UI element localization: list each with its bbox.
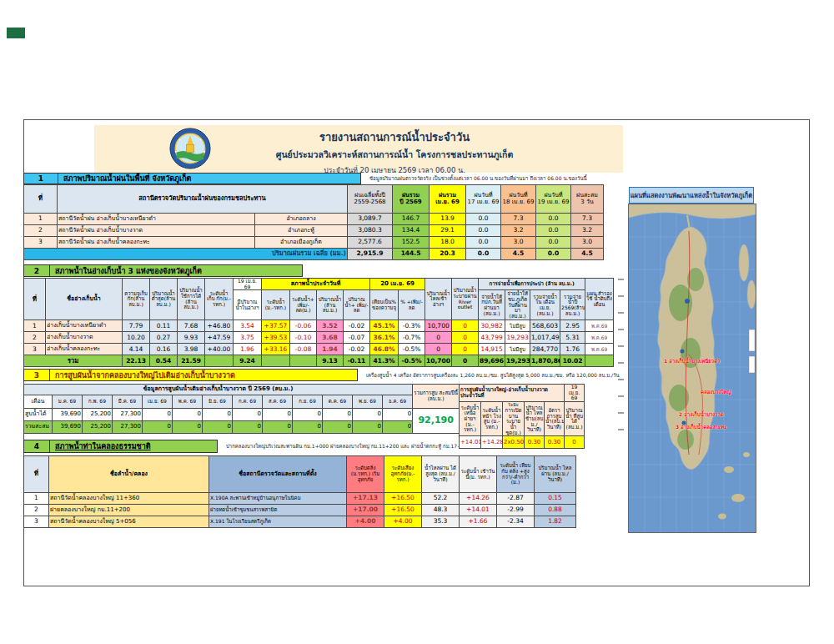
cell: 144.5 [393, 249, 430, 260]
cell: ก.ค. 69 [233, 395, 263, 409]
cell: ปริมาณน้ำ ระบายผ่าน River outlet [452, 279, 479, 320]
cell: 0 [353, 409, 383, 421]
cell: 0 [323, 421, 353, 434]
cell: 0 [452, 332, 479, 344]
cell: 39,690 [53, 409, 83, 421]
section-4-bar: 4 สภาพน้ำท่าในคลองธรรมชาติ ปากคลองบางใหญ… [23, 440, 471, 453]
cell: ปริมาณฝนรวม เฉลี่ย (มม.) [24, 249, 348, 260]
cell: 0.30 [545, 436, 565, 449]
cell: 3 [24, 344, 46, 355]
cell: 0 [323, 409, 353, 421]
cell: 48.3 [422, 505, 460, 516]
cell: 5.31 [560, 332, 585, 344]
cell: 13.9 [430, 214, 466, 225]
cell: เทียบเป็น% ของความจุ [370, 290, 399, 320]
cell: 0 [383, 421, 413, 434]
cell: 0 [263, 409, 293, 421]
cell: ปริมาณน้ำ ที่สูบได้ (ลบ.ม.) [565, 402, 585, 436]
table-row: 1สถานีวัดน้ำฝน อ่างเก็บน้ำบางเหนียวดำอำเ… [24, 214, 604, 225]
cell: สถานีวัดน้ำฝน อ่างเก็บน้ำบางวาด [58, 225, 255, 237]
cell: -2.99 [497, 505, 535, 516]
cell: เม.ย. 69 [143, 395, 173, 409]
cell: ที่ [24, 185, 58, 214]
table-row: 3สถานีวัดน้ำคลองบางใหญ่ 5+056X.191 ในโรง… [24, 516, 576, 528]
cell: % +เพิ่ม/-ลด [399, 290, 425, 320]
cell: ฝนวันที่ 19 เม.ย. 69 [536, 185, 571, 214]
cell: +46.80 [205, 320, 234, 332]
cell: อัตราการสูบ น้ำ(ลบ.ม./ วินาที) [545, 402, 565, 436]
map-label: 1 อ่างเก็บน้ำบางเหนียวดำ [664, 357, 721, 365]
cell: 3.0 [501, 237, 536, 249]
cell: +17.00 [347, 505, 384, 516]
cell: 3.75 [234, 332, 262, 344]
section-1-note: ข้อมูลปริมาณฝนตรวจวัดจริง เป็นช่วงตั้งแต… [369, 174, 587, 183]
cell: 29.1 [430, 225, 466, 237]
cell: พ.ย. 69 [353, 395, 383, 409]
cell: เดือน [24, 395, 53, 409]
cell: 0 [143, 421, 173, 434]
cell: 2.95 [560, 320, 585, 332]
cell: 25,200 [83, 421, 113, 434]
cell: 0.0 [536, 249, 571, 260]
cell: 0.0 [536, 225, 571, 237]
cell [290, 355, 317, 367]
irrigation-department-seal-icon [169, 128, 211, 169]
cell: -0.06 [290, 320, 317, 332]
cell: 19 เม.ย. 69 [565, 385, 585, 402]
cell: 0 [263, 421, 293, 434]
cell [205, 355, 234, 367]
cell: -0.10 [290, 332, 317, 344]
cell: 2x0.50 [503, 436, 525, 449]
cell: 7.3 [501, 214, 536, 225]
cell: -2.87 [497, 493, 535, 505]
report-title: รายงานสถานการณ์น้ำประจำวัน [211, 128, 578, 146]
row-tick-marks [618, 279, 624, 437]
cell: การจ่ายน้ำเพื่อการประปา (ล้าน ลบ.ม.) [479, 279, 585, 290]
cell: 1 [24, 493, 49, 505]
cell: 0.54 [150, 355, 178, 367]
cell: 0 [293, 421, 323, 434]
section-3-title: การสูบผันน้ำจากคลองบางใหญ่ไปเติมอ่างเก็บ… [50, 369, 358, 381]
cell: รวมจ่ายน้ำใน เดือน เม.ย. (ลบ.ม.) [530, 290, 560, 320]
table-row: เดือนม.ค. 69ก.พ. 69มี.ค. 69เม.ย. 69พ.ค. … [24, 395, 460, 409]
cell: 1 [24, 320, 46, 332]
cell: 0.0 [466, 249, 501, 260]
section-1-title: สภาพปริมาณน้ำฝนในพื้นที่ จังหวัดภูเก็ต [58, 173, 361, 184]
cell: 0 [565, 436, 585, 449]
table-row: 2อ่างเก็บน้ำบางวาด10.200.279.93+47.593.7… [24, 332, 614, 344]
cell: ระดับน้ำหน้า โรงสูบ (ม.-รทก.) [481, 402, 503, 436]
section-2-bar: 2 สภาพน้ำในอ่างเก็บน้ำ 3 แห่งของจังหวัดภ… [23, 264, 303, 277]
cell: 3,089.7 [348, 214, 393, 225]
cell: ก.พ. 69 [83, 395, 113, 409]
cell: มี.ค. 69 [113, 395, 143, 409]
cell: สูบน้ำได้ [24, 409, 53, 421]
cell: 27,300 [113, 409, 143, 421]
cell: ชื่ออ่างเก็บน้ำ [46, 279, 123, 320]
cell: 35.3 [422, 516, 460, 528]
cell: 0 [143, 409, 173, 421]
table-row: ระดับน้ำ เหนือฝายฯ (ม.-รทก.)ระดับน้ำหน้า… [460, 402, 585, 436]
cell: สถานีวัดน้ำคลองบางใหญ่ 11+360 [49, 493, 209, 505]
table-row: รวม22.130.5421.599.249.13-0.1141.3%-0.5%… [24, 355, 614, 367]
cell: 568,603 [530, 320, 560, 332]
cell: ไม่มีสูบ [505, 344, 530, 355]
cell: -0.11 [344, 355, 370, 367]
cell: 3.98 [178, 344, 205, 355]
cell: X.190A สะพานเข้าหมู่บ้านอนุภาษในนิคม [209, 493, 347, 505]
cell: ต.ค. 69 [323, 395, 353, 409]
cell: พ.ค.69 [585, 332, 614, 344]
cell: -0.07 [344, 332, 370, 344]
cell: ฝนเฉลี่ยทั้งปี 2559-2568 [348, 185, 393, 214]
cell: ระดับน้ำ เหนือฝายฯ (ม.-รทก.) [460, 402, 481, 436]
cell: 9.93 [178, 332, 205, 344]
cell: 3.2 [571, 225, 604, 237]
cell: 4.5 [571, 249, 604, 260]
cell: ฝนรวม เม.ย. 69 [430, 185, 466, 214]
cell: 9.24 [234, 355, 262, 367]
cell: 3 [24, 516, 49, 528]
cell: พ.ค.69 [585, 344, 614, 355]
cell: +16.50 [384, 505, 422, 516]
cell: 1,870,864 [530, 355, 560, 367]
cell: 19 เม.ย. 69 [234, 279, 262, 290]
cell: +4.00 [384, 516, 422, 528]
